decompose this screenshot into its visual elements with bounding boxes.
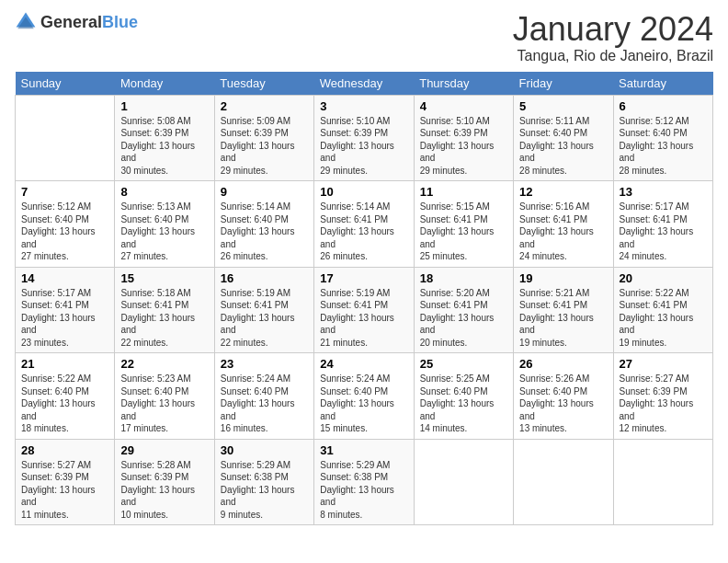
col-tuesday: Tuesday (214, 72, 313, 96)
day-info: Sunrise: 5:18 AMSunset: 6:41 PMDaylight:… (120, 287, 208, 350)
col-friday: Friday (514, 72, 613, 96)
calendar-header-row: Sunday Monday Tuesday Wednesday Thursday… (16, 72, 713, 96)
calendar-cell: 29Sunrise: 5:28 AMSunset: 6:39 PMDayligh… (115, 439, 214, 525)
calendar-cell (514, 439, 613, 525)
calendar-cell: 8Sunrise: 5:13 AMSunset: 6:40 PMDaylight… (115, 181, 214, 268)
calendar-cell: 9Sunrise: 5:14 AMSunset: 6:40 PMDaylight… (214, 181, 313, 268)
day-info: Sunrise: 5:10 AMSunset: 6:39 PMDaylight:… (320, 115, 407, 178)
col-saturday: Saturday (613, 72, 712, 96)
day-number: 23 (221, 357, 308, 371)
day-info: Sunrise: 5:28 AMSunset: 6:39 PMDaylight:… (120, 459, 208, 522)
day-info: Sunrise: 5:21 AMSunset: 6:41 PMDaylight:… (519, 287, 607, 350)
day-number: 29 (120, 443, 208, 457)
calendar-cell: 28Sunrise: 5:27 AMSunset: 6:39 PMDayligh… (16, 439, 115, 525)
day-info: Sunrise: 5:09 AMSunset: 6:39 PMDaylight:… (221, 115, 308, 178)
calendar-cell: 18Sunrise: 5:20 AMSunset: 6:41 PMDayligh… (414, 267, 513, 353)
col-thursday: Thursday (414, 72, 513, 96)
calendar-cell: 12Sunrise: 5:16 AMSunset: 6:41 PMDayligh… (514, 181, 613, 268)
calendar-cell: 6Sunrise: 5:12 AMSunset: 6:40 PMDaylight… (613, 95, 712, 181)
calendar-cell: 20Sunrise: 5:22 AMSunset: 6:41 PMDayligh… (613, 267, 712, 353)
day-number: 10 (320, 185, 407, 199)
day-info: Sunrise: 5:17 AMSunset: 6:41 PMDaylight:… (620, 201, 707, 263)
day-info: Sunrise: 5:29 AMSunset: 6:38 PMDaylight:… (320, 459, 407, 522)
logo-icon (15, 11, 37, 33)
calendar-cell: 7Sunrise: 5:12 AMSunset: 6:40 PMDaylight… (16, 181, 115, 268)
calendar-cell: 17Sunrise: 5:19 AMSunset: 6:41 PMDayligh… (314, 267, 414, 353)
logo-general: GeneralBlue (40, 13, 138, 32)
day-number: 27 (620, 357, 707, 371)
calendar-week-3: 14Sunrise: 5:17 AMSunset: 6:41 PMDayligh… (16, 267, 713, 353)
calendar-cell: 31Sunrise: 5:29 AMSunset: 6:38 PMDayligh… (314, 439, 414, 525)
title-section: January 2024 Tangua, Rio de Janeiro, Bra… (513, 11, 713, 64)
day-info: Sunrise: 5:08 AMSunset: 6:39 PMDaylight:… (120, 115, 208, 178)
day-info: Sunrise: 5:19 AMSunset: 6:41 PMDaylight:… (221, 287, 308, 350)
col-wednesday: Wednesday (314, 72, 414, 96)
calendar-cell: 21Sunrise: 5:22 AMSunset: 6:40 PMDayligh… (16, 353, 115, 440)
day-info: Sunrise: 5:25 AMSunset: 6:40 PMDaylight:… (420, 373, 507, 435)
day-info: Sunrise: 5:10 AMSunset: 6:39 PMDaylight:… (420, 115, 507, 178)
calendar-week-4: 21Sunrise: 5:22 AMSunset: 6:40 PMDayligh… (16, 353, 713, 440)
calendar-cell: 11Sunrise: 5:15 AMSunset: 6:41 PMDayligh… (414, 181, 513, 268)
day-number: 7 (21, 185, 108, 199)
calendar-cell: 5Sunrise: 5:11 AMSunset: 6:40 PMDaylight… (514, 95, 613, 181)
day-info: Sunrise: 5:22 AMSunset: 6:41 PMDaylight:… (620, 287, 707, 350)
month-title: January 2024 (513, 11, 713, 48)
calendar-table: Sunday Monday Tuesday Wednesday Thursday… (15, 72, 713, 526)
day-number: 22 (120, 357, 208, 371)
col-sunday: Sunday (16, 72, 115, 96)
day-info: Sunrise: 5:20 AMSunset: 6:41 PMDaylight:… (420, 287, 507, 350)
calendar-cell: 3Sunrise: 5:10 AMSunset: 6:39 PMDaylight… (314, 95, 414, 181)
calendar-cell: 22Sunrise: 5:23 AMSunset: 6:40 PMDayligh… (115, 353, 214, 440)
logo: GeneralBlue (15, 11, 138, 33)
day-info: Sunrise: 5:14 AMSunset: 6:40 PMDaylight:… (221, 201, 308, 263)
day-number: 16 (221, 271, 308, 285)
calendar-cell: 30Sunrise: 5:29 AMSunset: 6:38 PMDayligh… (214, 439, 313, 525)
day-number: 28 (21, 443, 108, 457)
day-number: 26 (519, 357, 607, 371)
calendar-cell: 2Sunrise: 5:09 AMSunset: 6:39 PMDaylight… (214, 95, 313, 181)
calendar-cell: 25Sunrise: 5:25 AMSunset: 6:40 PMDayligh… (414, 353, 513, 440)
day-info: Sunrise: 5:26 AMSunset: 6:40 PMDaylight:… (519, 373, 607, 435)
day-number: 24 (320, 357, 407, 371)
day-number: 31 (320, 443, 407, 457)
day-info: Sunrise: 5:24 AMSunset: 6:40 PMDaylight:… (221, 373, 308, 435)
day-number: 5 (519, 99, 607, 113)
day-info: Sunrise: 5:29 AMSunset: 6:38 PMDaylight:… (221, 459, 308, 522)
day-info: Sunrise: 5:27 AMSunset: 6:39 PMDaylight:… (21, 459, 108, 522)
calendar-cell: 15Sunrise: 5:18 AMSunset: 6:41 PMDayligh… (115, 267, 214, 353)
day-number: 3 (320, 99, 407, 113)
day-number: 18 (420, 271, 507, 285)
calendar-week-2: 7Sunrise: 5:12 AMSunset: 6:40 PMDaylight… (16, 181, 713, 268)
col-monday: Monday (115, 72, 214, 96)
day-number: 12 (519, 185, 607, 199)
day-number: 21 (21, 357, 108, 371)
day-info: Sunrise: 5:15 AMSunset: 6:41 PMDaylight:… (420, 201, 507, 263)
day-number: 20 (620, 271, 707, 285)
calendar-cell: 16Sunrise: 5:19 AMSunset: 6:41 PMDayligh… (214, 267, 313, 353)
day-number: 19 (519, 271, 607, 285)
calendar-cell: 27Sunrise: 5:27 AMSunset: 6:39 PMDayligh… (613, 353, 712, 440)
calendar-cell (16, 95, 115, 181)
header: GeneralBlue January 2024 Tangua, Rio de … (15, 11, 713, 64)
day-info: Sunrise: 5:14 AMSunset: 6:41 PMDaylight:… (320, 201, 407, 263)
calendar-cell: 24Sunrise: 5:24 AMSunset: 6:40 PMDayligh… (314, 353, 414, 440)
day-number: 1 (120, 99, 208, 113)
day-number: 14 (21, 271, 108, 285)
calendar-week-1: 1Sunrise: 5:08 AMSunset: 6:39 PMDaylight… (16, 95, 713, 181)
calendar-cell: 13Sunrise: 5:17 AMSunset: 6:41 PMDayligh… (613, 181, 712, 268)
day-number: 30 (221, 443, 308, 457)
calendar-cell: 14Sunrise: 5:17 AMSunset: 6:41 PMDayligh… (16, 267, 115, 353)
calendar-cell: 23Sunrise: 5:24 AMSunset: 6:40 PMDayligh… (214, 353, 313, 440)
calendar-cell: 4Sunrise: 5:10 AMSunset: 6:39 PMDaylight… (414, 95, 513, 181)
day-number: 15 (120, 271, 208, 285)
calendar-cell: 1Sunrise: 5:08 AMSunset: 6:39 PMDaylight… (115, 95, 214, 181)
calendar-cell (613, 439, 712, 525)
day-number: 17 (320, 271, 407, 285)
calendar-body: 1Sunrise: 5:08 AMSunset: 6:39 PMDaylight… (16, 95, 713, 525)
day-number: 9 (221, 185, 308, 199)
calendar-week-5: 28Sunrise: 5:27 AMSunset: 6:39 PMDayligh… (16, 439, 713, 525)
day-info: Sunrise: 5:12 AMSunset: 6:40 PMDaylight:… (620, 115, 707, 178)
day-info: Sunrise: 5:22 AMSunset: 6:40 PMDaylight:… (21, 373, 108, 435)
location-title: Tangua, Rio de Janeiro, Brazil (513, 48, 713, 64)
day-info: Sunrise: 5:24 AMSunset: 6:40 PMDaylight:… (320, 373, 407, 435)
